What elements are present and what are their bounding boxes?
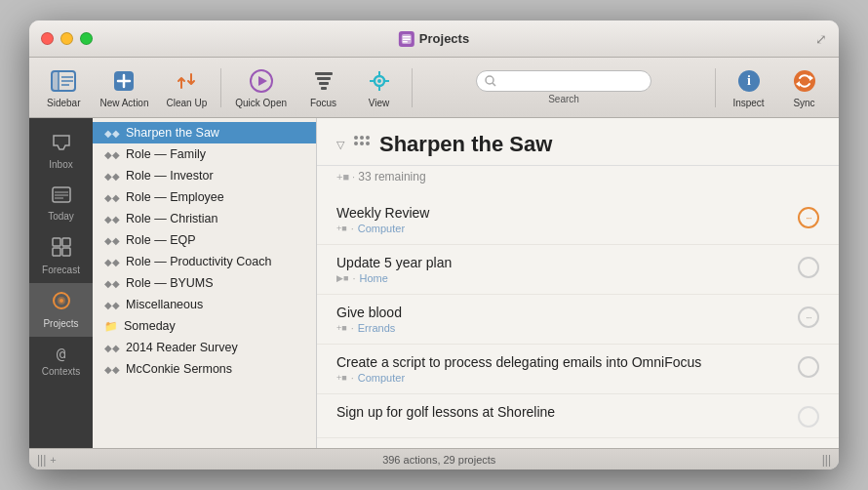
task-meta: +■ · Computer (336, 372, 788, 384)
project-name: Role — EQP (126, 233, 196, 247)
toolbar-separator-1 (220, 68, 221, 107)
task-circle-orange[interactable] (798, 207, 819, 228)
project-name: McConkie Sermons (126, 362, 232, 376)
task-item[interactable]: Create a script to process delegating em… (317, 345, 839, 394)
status-right-icon[interactable]: ||| (822, 453, 831, 467)
minimize-button[interactable] (60, 32, 73, 45)
task-item[interactable]: Give blood +■ · Errands (317, 295, 839, 345)
task-item[interactable]: Update 5 year plan ▶■ · Home (317, 245, 839, 295)
project-name: Role — BYUMS (126, 276, 214, 290)
inbox-label: Inbox (49, 159, 72, 170)
sidebar-label: Sidebar (47, 98, 80, 108)
fullscreen-button[interactable] (80, 32, 93, 45)
list-item[interactable]: ◆◆ McConkie Sermons (93, 358, 316, 380)
task-content: Update 5 year plan ▶■ · Home (336, 255, 788, 284)
search-input[interactable] (500, 74, 643, 88)
task-circle-dots[interactable] (798, 306, 819, 328)
new-action-button[interactable]: New Action (92, 63, 156, 112)
project-dot: ◆◆ (104, 128, 120, 139)
inbox-icon (52, 134, 71, 156)
task-meta: ▶■ · Home (336, 272, 788, 284)
new-action-label: New Action (99, 98, 148, 108)
project-dot: ◆◆ (104, 214, 120, 225)
view-label: View (369, 98, 390, 108)
svg-rect-17 (319, 82, 329, 85)
task-tag: Computer (358, 223, 405, 234)
task-circle[interactable] (798, 356, 819, 378)
view-icon (366, 67, 393, 95)
list-item[interactable]: ◆◆ Role — BYUMS (93, 272, 316, 294)
task-title: Sign up for golf lessons at Shoreline (336, 404, 788, 420)
sidebar-item-forecast[interactable]: Forecast (29, 229, 93, 283)
task-tag: Computer (358, 372, 405, 384)
task-circle[interactable] (798, 257, 819, 278)
task-item[interactable]: Weekly Review +■ · Computer (317, 195, 839, 245)
traffic-lights (41, 32, 93, 45)
svg-rect-5 (52, 71, 59, 91)
detail-title: Sharpen the Saw (379, 132, 552, 157)
projects-label: Projects (43, 318, 78, 329)
status-left-icon[interactable]: ||| (37, 453, 46, 467)
task-title: Give blood (336, 305, 788, 320)
sidebar-item-projects[interactable]: Projects (29, 283, 93, 337)
list-item[interactable]: ◆◆ Role — Family (93, 143, 316, 165)
today-label: Today (48, 211, 74, 222)
list-item[interactable]: ◆◆ Role — Christian (93, 208, 316, 229)
task-item[interactable]: Sign up for golf lessons at Shoreline (317, 394, 839, 438)
sidebar-item-today[interactable]: Today (29, 178, 93, 229)
detail-header: ▽ Sharpen the Saw (317, 118, 839, 166)
list-item[interactable]: ◆◆ Sharpen the Saw (93, 122, 316, 143)
list-item[interactable]: 📁 Someday (93, 315, 316, 337)
project-name: Someday (124, 319, 176, 333)
svg-line-26 (493, 83, 495, 86)
svg-point-29 (794, 70, 815, 92)
list-item[interactable]: ◆◆ Role — Employee (93, 186, 316, 208)
status-text: 396 actions, 29 projects (382, 454, 495, 466)
detail-subtitle: +■ · 33 remaining (317, 166, 839, 191)
sync-icon (791, 67, 818, 95)
project-dot: ◆◆ (104, 235, 120, 246)
status-bar: ||| + 396 actions, 29 projects ||| (29, 448, 839, 470)
svg-point-25 (486, 76, 493, 84)
search-container: Search (418, 70, 709, 104)
app-icon (399, 31, 414, 47)
collapse-icon: ▽ (336, 139, 344, 151)
project-name: 2014 Reader Survey (126, 341, 238, 354)
sidebar-item-contexts[interactable]: @ Contexts (29, 337, 93, 385)
task-title: Weekly Review (336, 205, 788, 221)
view-button[interactable]: View (352, 63, 406, 112)
task-meta-icon: ▶■ (336, 273, 348, 283)
task-tag: Home (360, 272, 388, 284)
quick-open-button[interactable]: Quick Open (227, 63, 295, 112)
folder-icon: 📁 (104, 320, 118, 333)
task-content: Weekly Review +■ · Computer (336, 205, 788, 234)
search-box[interactable] (476, 70, 651, 92)
svg-point-44 (360, 136, 364, 140)
svg-rect-36 (53, 238, 60, 246)
list-item[interactable]: ◆◆ Role — EQP (93, 229, 316, 251)
sidebar-item-inbox[interactable]: Inbox (29, 126, 93, 178)
sync-button[interactable]: Sync (777, 63, 831, 112)
list-item[interactable]: ◆◆ 2014 Reader Survey (93, 337, 316, 358)
title-text: Projects (419, 31, 469, 46)
expand-button[interactable]: ⤢ (815, 31, 827, 47)
sidebar-button[interactable]: Sidebar (37, 63, 90, 112)
task-circle-partial[interactable] (798, 406, 819, 428)
project-name: Role — Christian (126, 212, 217, 225)
window-title: Projects (399, 31, 469, 47)
close-button[interactable] (41, 32, 54, 45)
list-item[interactable]: ◆◆ Miscellaneous (93, 294, 316, 315)
task-list: Weekly Review +■ · Computer Update 5 yea… (317, 191, 839, 442)
svg-rect-16 (317, 77, 331, 80)
project-list: ◆◆ Sharpen the Saw ◆◆ Role — Family ◆◆ R… (93, 118, 317, 448)
focus-button[interactable]: Focus (296, 63, 350, 112)
toolbar-separator-3 (715, 68, 716, 107)
detail-panel: ▽ Sharpen the Saw +■ · 33 remaining (317, 118, 839, 448)
inspect-button[interactable]: i Inspect (722, 63, 775, 112)
svg-point-46 (354, 142, 358, 145)
sync-label: Sync (793, 98, 814, 108)
clean-up-button[interactable]: Clean Up (159, 63, 216, 112)
list-item[interactable]: ◆◆ Role — Productivity Coach (93, 251, 316, 272)
project-dot: ◆◆ (104, 364, 120, 375)
list-item[interactable]: ◆◆ Role — Investor (93, 165, 316, 186)
